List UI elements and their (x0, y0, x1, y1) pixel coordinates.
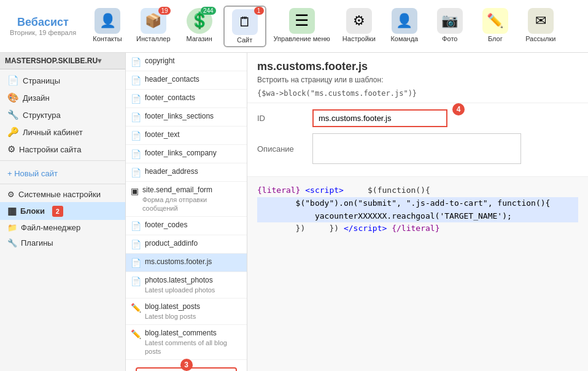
nav-item-mail[interactable]: ✉ Рассылки (519, 6, 562, 47)
block-icon: 📄 (131, 57, 141, 67)
block-label: ms.customs.footer.js (145, 257, 212, 267)
file-manager-icon: 📁 (7, 223, 17, 232)
nav-item-shop[interactable]: 244 💲 Магазин (178, 6, 221, 47)
nav-label-installer: Инсталлер (136, 35, 171, 42)
block-icon: ▣ (131, 186, 139, 196)
block-icon: 📄 (131, 240, 141, 249)
block-label: footer_contacts (145, 93, 195, 103)
contacts-icon: 👤 (95, 8, 120, 34)
list-item[interactable]: 📄 header_contacts (126, 71, 247, 90)
installer-badge: 19 (158, 7, 170, 15)
block-icon: 📄 (131, 112, 141, 122)
desc-row: Описание (257, 133, 578, 164)
nav-item-menu[interactable]: ☰ Управление меню (269, 6, 335, 47)
site-selector[interactable]: MASTERSHOP.SKILBE.RU ▾ (0, 53, 125, 69)
block-label: header_address (145, 167, 198, 177)
new-site-link[interactable]: + Новый сайт (0, 166, 125, 181)
nav-label-settings: Настройки (342, 35, 376, 42)
sidebar-item-system-settings[interactable]: ⚙ Системные настройки (0, 187, 125, 202)
nav-items: 👤 Контакты 19 📦 Инсталлер 244 💲 Магазин … (86, 6, 562, 47)
nav-item-contacts[interactable]: 👤 Контакты (86, 6, 129, 47)
code-line-6: }) (257, 224, 305, 233)
sidebar-divider (0, 184, 125, 184)
list-item[interactable]: 📄 footer_contacts (126, 90, 247, 108)
list-item-active[interactable]: 📄 ms.customs.footer.js (126, 254, 247, 272)
embed-code: {$wa->block("ms.customs.footer.js")} (257, 89, 578, 98)
nav-label-team: Команда (390, 35, 418, 42)
blocks-icon: ▦ (7, 205, 17, 217)
nav-label-contacts: Контакты (93, 35, 122, 42)
sidebar-label-blocks: Блоки (20, 206, 45, 216)
sidebar-item-pages[interactable]: 📄 Страницы (0, 72, 125, 89)
brand: Вебасист Вторник, 19 февраля (6, 16, 80, 36)
list-item[interactable]: 📄 photos.latest_photos Latest uploaded p… (126, 272, 247, 299)
code-line-9: {/literal} (392, 224, 439, 233)
block-label: site.send_email_form (142, 186, 242, 195)
list-item[interactable]: 📄 footer_links_sections (126, 108, 247, 127)
list-item[interactable]: 📄 footer_links_company (126, 145, 247, 163)
block-sub: Latest comments of all blog posts (145, 338, 242, 356)
nav-item-blog[interactable]: ✏️ Блог (474, 6, 517, 47)
block-label: footer_links_sections (145, 112, 214, 122)
list-item[interactable]: 📄 footer_text (126, 127, 247, 145)
sidebar-item-blocks[interactable]: ▦ Блоки 2 (0, 202, 125, 220)
nav-item-settings[interactable]: ⚙ Настройки (338, 6, 381, 47)
sidebar-item-site-settings[interactable]: ⚙ Настройки сайта (0, 141, 125, 158)
code-editor[interactable]: {literal} <script> $(function(){ $("body… (247, 176, 588, 371)
list-item[interactable]: ✏️ blog.latest_comments Latest comments … (126, 325, 247, 360)
system-settings-icon: ⚙ (7, 190, 15, 199)
sidebar-item-label-design: Дизайн (23, 93, 50, 103)
sidebar-item-plugins[interactable]: 🔧 Плагины (0, 235, 125, 251)
sidebar-nav: 📄 Страницы 🎨 Дизайн 🔧 Структура 🔑 Личный… (0, 69, 125, 161)
sidebar-item-structure[interactable]: 🔧 Структура (0, 106, 125, 123)
structure-icon: 🔧 (7, 109, 19, 120)
nav-label-site: Сайт (237, 36, 252, 44)
nav-label-menu: Управление меню (274, 35, 330, 42)
id-input[interactable] (312, 109, 447, 127)
site-name: MASTERSHOP.SKILBE.RU (5, 57, 98, 65)
site-settings-icon: ⚙ (7, 144, 15, 155)
code-line-7: }) (310, 224, 339, 233)
block-label: header_contacts (145, 75, 199, 85)
settings-icon: ⚙ (346, 8, 372, 34)
list-item[interactable]: 📄 product_addinfo (126, 235, 247, 254)
block-icon: 📄 (131, 276, 141, 286)
menu-icon: ☰ (289, 8, 315, 34)
list-item[interactable]: 📄 header_address (126, 163, 247, 182)
list-item[interactable]: ▣ site.send_email_form Форма для отправк… (126, 182, 247, 217)
list-item[interactable]: 📄 footer_codes (126, 217, 247, 235)
pages-icon: 📄 (7, 75, 19, 86)
site-badge: 1 (254, 7, 264, 15)
brand-title: Вебасист (6, 16, 80, 29)
id-label: ID (257, 114, 312, 123)
team-icon: 👤 (392, 8, 417, 34)
list-item[interactable]: ✏️ blog.latest_posts Latest blog posts (126, 299, 247, 325)
sidebar-item-label-site-settings: Настройки сайта (19, 145, 81, 154)
code-line-4: $("body").on("submit", ".js-add-to-cart"… (257, 197, 578, 210)
block-label: blog.latest_posts (145, 302, 200, 312)
sidebar-item-cabinet[interactable]: 🔑 Личный кабинет (0, 123, 125, 141)
sidebar-item-design[interactable]: 🎨 Дизайн (0, 89, 125, 106)
nav-item-installer[interactable]: 19 📦 Инсталлер (131, 6, 176, 47)
main-layout: MASTERSHOP.SKILBE.RU ▾ 📄 Страницы 🎨 Диза… (0, 53, 588, 371)
blog-icon: ✏️ (482, 8, 508, 34)
editor-form: ID 4 Описание (247, 103, 588, 176)
nav-item-team[interactable]: 👤 Команда (383, 6, 426, 47)
photo-icon: 📷 (437, 8, 463, 34)
block-icon: 📄 (131, 149, 141, 159)
block-icon: 📄 (131, 76, 141, 85)
nav-item-site[interactable]: 1 🗒 Сайт (223, 6, 266, 47)
blog-comments-icon: ✏️ (131, 329, 141, 339)
sidebar: MASTERSHOP.SKILBE.RU ▾ 📄 Страницы 🎨 Диза… (0, 53, 126, 371)
block-label: footer_links_company (145, 149, 217, 158)
sidebar-item-file-manager[interactable]: 📁 Файл-менеджер (0, 220, 125, 235)
editor-title: ms.customs.footer.js (257, 60, 578, 73)
embed-hint: Встроить на страницу или в шаблон: (257, 76, 578, 84)
block-label: footer_codes (145, 221, 187, 230)
nav-item-photo[interactable]: 📷 Фото (428, 6, 471, 47)
sidebar-item-label-pages: Страницы (23, 76, 60, 85)
desc-textarea[interactable] (312, 133, 521, 164)
cabinet-icon: 🔑 (7, 127, 19, 138)
block-label: product_addinfo (145, 239, 198, 249)
list-item[interactable]: 📄 copyright (126, 53, 247, 71)
